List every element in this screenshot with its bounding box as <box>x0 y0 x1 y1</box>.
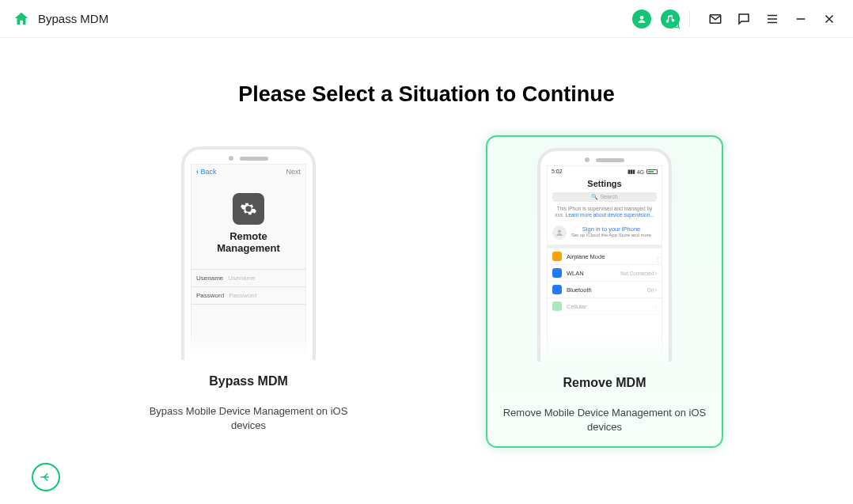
phone-screen-title: RemoteManagement <box>191 231 305 255</box>
settings-search: 🔍 Search <box>552 192 657 202</box>
phone-mock-bypass: ‹ Back Next RemoteManagement Usename Use… <box>181 146 316 360</box>
mail-icon[interactable] <box>704 8 726 30</box>
option-remove-mdm[interactable]: 5:02 ▮▮▮ 4G Settings 🔍 Search This iPhon… <box>486 135 723 448</box>
header-divider <box>689 11 690 27</box>
app-header: Bypass MDM <box>0 0 853 38</box>
account-icon[interactable] <box>631 8 653 30</box>
phone-status-bar: 5:02 ▮▮▮ 4G <box>548 166 662 177</box>
option-desc: Bypass Mobile Device Management on iOS d… <box>144 404 353 432</box>
phone-next-label: Next <box>286 168 301 176</box>
app-title: Bypass MDM <box>38 12 108 25</box>
page-title: Please Select a Situation to Continue <box>0 82 853 107</box>
option-bypass-mdm[interactable]: ‹ Back Next RemoteManagement Usename Use… <box>130 135 367 448</box>
phone-back-label: ‹ Back <box>196 168 217 176</box>
svg-point-1 <box>675 23 679 27</box>
menu-icon[interactable] <box>761 8 783 30</box>
svg-point-0 <box>640 15 644 19</box>
avatar-icon <box>552 225 567 240</box>
signin-row: Sign in to your iPhone Set up iCloud the… <box>548 223 662 248</box>
options-row: ‹ Back Next RemoteManagement Usename Use… <box>0 135 853 448</box>
option-title: Bypass MDM <box>144 374 353 388</box>
back-button[interactable] <box>32 463 60 491</box>
gear-icon <box>233 193 264 225</box>
option-desc: Remove Mobile Device Management on iOS d… <box>502 406 707 434</box>
svg-point-3 <box>558 230 561 233</box>
settings-row-bluetooth: Bluetooth On › <box>548 282 662 298</box>
phone-mock-remove: 5:02 ▮▮▮ 4G Settings 🔍 Search This iPhon… <box>537 148 672 362</box>
home-icon[interactable] <box>13 10 30 28</box>
music-transfer-icon[interactable] <box>659 8 681 30</box>
supervised-note: This iPhon is supervised and managed by … <box>548 204 662 223</box>
close-button[interactable] <box>818 8 840 30</box>
settings-row-airplane: Airplane Mode <box>548 248 662 265</box>
settings-row-cellular: Cellular › <box>548 298 662 315</box>
minimize-button[interactable] <box>790 8 812 30</box>
option-title: Remove MDM <box>502 376 707 390</box>
feedback-icon[interactable] <box>733 8 755 30</box>
phone-password-field: Password Password <box>191 286 305 305</box>
search-icon: 🔍 <box>591 194 598 199</box>
phone-username-field: Usename Usename <box>191 269 305 286</box>
settings-row-wlan: WLAN Not Connected › <box>548 265 662 282</box>
settings-title: Settings <box>548 177 662 190</box>
